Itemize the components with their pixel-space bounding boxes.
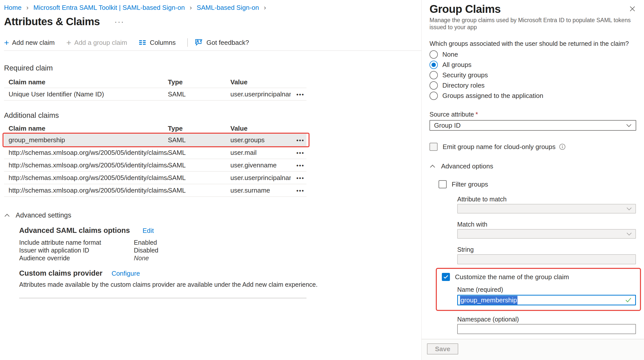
- claim-value-cell: user.groups: [230, 136, 291, 144]
- checkbox-unchecked-icon: [439, 180, 447, 188]
- column-header-type[interactable]: Type: [168, 78, 230, 86]
- group-claims-question: Which groups associated with the user sh…: [430, 40, 636, 47]
- breadcrumb-separator-icon: ›: [264, 4, 266, 11]
- breadcrumb-toolkit-link[interactable]: Microsoft Entra SAML Toolkit | SAML-base…: [34, 4, 185, 11]
- attribute-to-match-label: Attribute to match: [457, 196, 636, 202]
- selected-input-text: group_membership: [460, 296, 517, 305]
- add-new-claim-label: Add new claim: [12, 39, 55, 47]
- match-with-label: Match with: [457, 221, 636, 228]
- columns-button[interactable]: Columns: [139, 39, 176, 47]
- option-label: Issuer with application ID: [19, 246, 134, 254]
- group-claims-panel: Group Claims Manage the group claims use…: [421, 0, 644, 360]
- customize-name-label: Customize the name of the group claim: [455, 273, 569, 281]
- claim-value-cell: user.givenname: [230, 161, 291, 169]
- toolbar-divider: [187, 38, 188, 47]
- breadcrumb-separator-icon: ›: [26, 4, 29, 11]
- info-icon[interactable]: [559, 143, 566, 150]
- option-label: Include attribute name format: [19, 239, 134, 246]
- column-header-claim-name[interactable]: Claim name: [4, 78, 168, 86]
- advanced-settings-toggle[interactable]: Advanced settings: [4, 211, 421, 219]
- advanced-options-toggle[interactable]: Advanced options: [430, 162, 636, 170]
- claim-type-cell: SAML: [168, 90, 230, 98]
- radio-option-groups-assigned[interactable]: Groups assigned to the application: [430, 91, 636, 101]
- column-header-claim-name[interactable]: Claim name: [4, 125, 168, 132]
- attribute-to-match-dropdown[interactable]: [457, 204, 636, 213]
- advanced-saml-claims-heading: Advanced SAML claims options: [19, 226, 130, 235]
- radio-label: None: [442, 51, 458, 58]
- panel-subtitle: Manage the group claims used by Microsof…: [430, 17, 636, 31]
- chevron-down-icon: [626, 232, 632, 236]
- add-group-claim-label: Add a group claim: [74, 39, 127, 47]
- saml-options-list: Include attribute name format Enabled Is…: [19, 239, 421, 262]
- claim-name-cell: Unique User Identifier (Name ID): [4, 90, 168, 98]
- radio-label: Groups assigned to the application: [442, 92, 543, 100]
- close-icon[interactable]: [629, 5, 636, 13]
- got-feedback-label: Got feedback?: [206, 39, 249, 47]
- string-input[interactable]: [457, 254, 636, 264]
- breadcrumb-home-link[interactable]: Home: [4, 4, 21, 11]
- namespace-input[interactable]: [457, 324, 636, 334]
- row-ellipsis-icon[interactable]: •••: [296, 91, 304, 98]
- custom-claims-provider-heading: Custom claims provider: [19, 269, 102, 277]
- radio-selected-icon: [430, 61, 438, 69]
- table-row[interactable]: Unique User Identifier (Name ID) SAML us…: [4, 88, 306, 101]
- chevron-up-icon: [430, 164, 436, 168]
- claim-name-cell: http://schemas.xmlsoap.org/ws/2005/05/id…: [4, 187, 168, 194]
- add-new-claim-button[interactable]: + Add new claim: [4, 39, 55, 47]
- got-feedback-button[interactable]: Got feedback?: [195, 39, 249, 47]
- radio-icon: [430, 50, 438, 59]
- configure-link[interactable]: Configure: [111, 270, 140, 277]
- table-row[interactable]: http://schemas.xmlsoap.org/ws/2005/05/id…: [4, 172, 306, 184]
- group-claim-name-input[interactable]: group_membership: [457, 295, 636, 305]
- source-attribute-label: Source attribute*: [430, 111, 636, 118]
- required-asterisk: *: [476, 111, 478, 118]
- emit-group-name-checkbox[interactable]: Emit group name for cloud-only groups: [430, 143, 636, 151]
- table-row[interactable]: http://schemas.xmlsoap.org/ws/2005/05/id…: [4, 184, 306, 197]
- panel-footer: Save: [422, 339, 644, 360]
- row-ellipsis-icon[interactable]: •••: [296, 162, 304, 169]
- add-group-claim-button[interactable]: + Add a group claim: [66, 39, 127, 47]
- breadcrumb-saml-signon-link[interactable]: SAML-based Sign-on: [197, 4, 259, 11]
- claim-value-cell: user.surname: [230, 187, 291, 194]
- chevron-up-icon: [4, 213, 10, 217]
- column-header-type[interactable]: Type: [168, 125, 230, 132]
- column-header-value[interactable]: Value: [230, 78, 291, 86]
- radio-option-security-groups[interactable]: Security groups: [430, 70, 636, 80]
- option-value: Enabled: [134, 239, 157, 246]
- column-header-value[interactable]: Value: [230, 125, 291, 132]
- customize-name-checkbox[interactable]: Customize the name of the group claim: [442, 273, 640, 281]
- page-title: Attributes & Claims: [4, 15, 100, 28]
- radio-option-directory-roles[interactable]: Directory roles: [430, 80, 636, 91]
- table-row[interactable]: http://schemas.xmlsoap.org/ws/2005/05/id…: [4, 159, 306, 172]
- breadcrumb: Home › Microsoft Entra SAML Toolkit | SA…: [4, 4, 421, 12]
- row-ellipsis-icon[interactable]: •••: [296, 150, 304, 156]
- filter-groups-checkbox[interactable]: Filter groups: [439, 180, 636, 188]
- save-button[interactable]: Save: [427, 343, 458, 354]
- string-label: String: [457, 246, 636, 253]
- radio-label: Security groups: [442, 71, 488, 79]
- valid-checkmark-icon: [625, 297, 632, 303]
- row-ellipsis-icon[interactable]: •••: [296, 137, 304, 143]
- breadcrumb-separator-icon: ›: [190, 4, 192, 11]
- feedback-icon: [195, 39, 203, 47]
- claim-value-cell: user.mail: [230, 149, 291, 157]
- advanced-options-label: Advanced options: [441, 162, 493, 170]
- source-attribute-dropdown[interactable]: Group ID: [430, 120, 636, 131]
- required-claim-table: Claim name Type Value Unique User Identi…: [4, 77, 306, 101]
- row-ellipsis-icon[interactable]: •••: [296, 175, 304, 181]
- radio-option-all-groups[interactable]: All groups: [430, 60, 636, 70]
- match-with-dropdown[interactable]: [457, 229, 636, 239]
- row-ellipsis-icon[interactable]: •••: [296, 188, 304, 194]
- table-row[interactable]: http://schemas.xmlsoap.org/ws/2005/05/id…: [4, 147, 306, 159]
- option-value: None: [134, 254, 149, 262]
- panel-title: Group Claims: [430, 3, 629, 16]
- claim-type-cell: SAML: [168, 149, 230, 157]
- more-actions-icon[interactable]: ···: [114, 17, 124, 26]
- attributes-claims-page: Home › Microsoft Entra SAML Toolkit | SA…: [0, 0, 421, 360]
- radio-option-none[interactable]: None: [430, 49, 636, 60]
- radio-icon: [430, 71, 438, 79]
- columns-icon: [139, 39, 147, 46]
- columns-label: Columns: [150, 39, 176, 47]
- edit-link[interactable]: Edit: [142, 227, 154, 235]
- table-row-group-membership[interactable]: group_membership SAML user.groups •••: [4, 134, 306, 147]
